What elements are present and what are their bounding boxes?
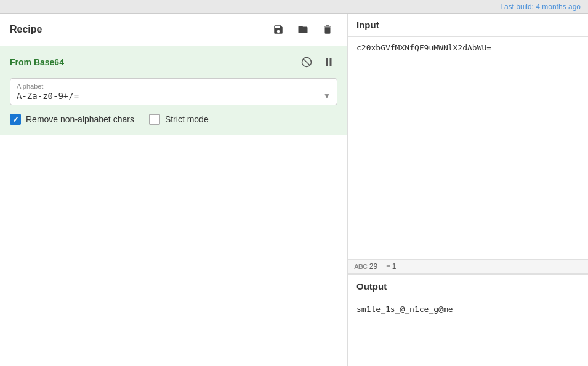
alphabet-dropdown[interactable]: Alphabet A-Za-z0-9+/= ▼ [10,78,337,105]
input-value: c20xbGVfMXNfQF9uMWNlX2dAbWU= [356,43,491,52]
operation-name: From Base64 [10,57,64,67]
delete-button[interactable] [318,20,337,39]
output-section: Output sm1le_1s_@_n1ce_g@me [348,274,588,366]
top-bar: Last build: 4 months ago [0,0,588,14]
recipe-header: Recipe [0,14,347,46]
alphabet-value-row: A-Za-z0-9+/= ▼ [17,91,331,101]
input-section-header: Input [348,14,588,37]
output-textarea[interactable]: sm1le_1s_@_n1ce_g@me [348,298,588,366]
remove-non-alpha-box: ✓ [10,114,21,125]
char-count: 29 [369,262,377,271]
disable-operation-button[interactable] [298,54,315,71]
strict-mode-box [149,114,160,125]
left-panel: Recipe From Base64 [0,14,348,366]
svg-rect-2 [326,58,328,66]
svg-line-1 [304,59,310,66]
remove-non-alpha-checkbox[interactable]: ✓ Remove non-alphabet chars [10,114,134,125]
open-button[interactable] [293,20,313,39]
line-count: 1 [392,262,397,271]
char-count-stat: ABC 29 [354,262,377,271]
abc-icon: ABC [354,263,367,270]
lines-icon: ≡ [386,263,389,270]
input-section: Input c20xbGVfMXNfQF9uMWNlX2dAbWU= ABC 2… [348,14,588,274]
strict-mode-checkbox[interactable]: Strict mode [149,114,209,125]
save-button[interactable] [268,20,288,39]
operation-controls [298,54,337,71]
right-panel: Input c20xbGVfMXNfQF9uMWNlX2dAbWU= ABC 2… [348,14,588,366]
pause-operation-button[interactable] [320,54,337,71]
operation-header: From Base64 [10,54,337,71]
alphabet-value: A-Za-z0-9+/= [17,91,79,101]
main-layout: Recipe From Base64 [0,14,588,366]
right-panel-content: Input c20xbGVfMXNfQF9uMWNlX2dAbWU= ABC 2… [348,14,588,366]
output-section-header: Output [348,275,588,298]
last-build-text: Last build: 4 months ago [500,2,581,11]
alphabet-label: Alphabet [17,82,331,90]
strict-mode-label: Strict mode [165,114,209,124]
input-textarea[interactable]: c20xbGVfMXNfQF9uMWNlX2dAbWU= [348,37,588,259]
input-title: Input [356,20,379,30]
recipe-actions [268,20,337,39]
operation-block: From Base64 Alphabet A-Za-z0-9+/= ▼ [0,46,347,135]
input-stats-bar: ABC 29 ≡ 1 [348,259,588,274]
checkmark-icon: ✓ [12,116,19,124]
output-title: Output [356,281,387,292]
line-count-stat: ≡ 1 [386,262,396,271]
dropdown-arrow-icon: ▼ [323,92,331,100]
svg-rect-3 [330,58,332,66]
checkboxes-row: ✓ Remove non-alphabet chars Strict mode [10,114,337,125]
recipe-title: Recipe [10,24,42,35]
output-value: sm1le_1s_@_n1ce_g@me [356,304,453,314]
remove-non-alpha-label: Remove non-alphabet chars [26,114,134,124]
